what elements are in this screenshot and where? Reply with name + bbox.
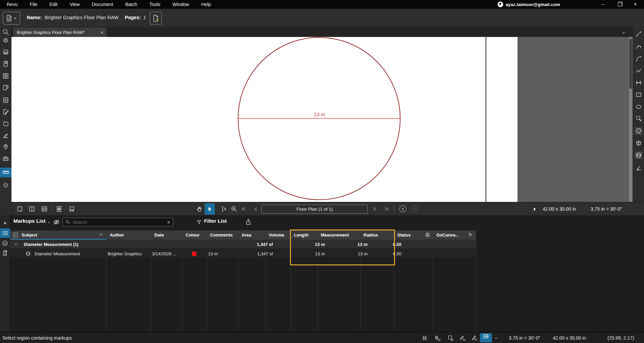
menu-document[interactable]: Document: [86, 0, 119, 9]
collapse-panel-chevrons-icon[interactable]: »: [1, 219, 9, 226]
snap-to-content-icon[interactable]: [446, 334, 454, 342]
close-button[interactable]: ×: [628, 0, 643, 9]
volume-tool-icon[interactable]: [635, 139, 642, 147]
snap-to-markup-icon[interactable]: [458, 334, 466, 342]
tab-close-icon[interactable]: ×: [100, 30, 103, 35]
single-page-view-icon[interactable]: [16, 205, 23, 213]
fit-width-icon[interactable]: [68, 205, 76, 213]
gocanvas-refresh-icon[interactable]: ↻: [468, 232, 473, 237]
tab-list-chevron-icon[interactable]: ⌄: [622, 29, 626, 35]
status-scale[interactable]: 3.75 in = 30'-0": [509, 332, 540, 343]
stacked-view-icon[interactable]: [41, 205, 48, 213]
column-header-author[interactable]: Author: [106, 230, 151, 240]
markups-list-tab-active[interactable]: [0, 228, 10, 238]
create-page-button[interactable]: [150, 12, 162, 25]
export-share-icon[interactable]: [245, 218, 252, 226]
polylength-tool-icon[interactable]: [635, 43, 642, 50]
collapse-all-icon[interactable]: [13, 233, 18, 238]
last-page-icon[interactable]: [383, 205, 391, 213]
bookmarks-icon[interactable]: [2, 60, 9, 68]
column-header-status[interactable]: Status: [394, 230, 433, 240]
studio-icon[interactable]: [2, 120, 9, 127]
rectangle-tool-icon[interactable]: [635, 91, 642, 98]
minimize-button[interactable]: ─: [596, 0, 610, 9]
account-button[interactable]: ayaz.taimoor@gmail.com: [497, 0, 560, 9]
next-view-icon[interactable]: [411, 205, 418, 212]
menu-file[interactable]: File: [24, 0, 44, 9]
polyline-tool-icon[interactable]: [635, 67, 642, 75]
next-page-icon[interactable]: [371, 205, 379, 213]
dark-mode-contrast-icon[interactable]: ◑: [530, 205, 538, 213]
status-page-size[interactable]: 42.00 x 30.00 in: [553, 332, 586, 343]
menu-window[interactable]: Window: [166, 0, 195, 9]
menu-batch[interactable]: Batch: [119, 0, 143, 9]
column-header-gocanvas[interactable]: GoCanva... ↻: [433, 230, 476, 240]
snap-hybrid-icon[interactable]: [470, 334, 479, 342]
clear-search-icon[interactable]: ×: [167, 219, 170, 225]
column-settings-sliders-icon[interactable]: [425, 232, 430, 238]
column-header-colour[interactable]: Colour: [182, 230, 207, 240]
select-text-icon[interactable]: A: [220, 205, 228, 213]
zoom-tool-icon[interactable]: [230, 205, 238, 213]
grid-icon[interactable]: [420, 334, 429, 342]
settings-gear-icon[interactable]: [2, 37, 9, 44]
menu-edit[interactable]: Edit: [43, 0, 63, 9]
group-collapse-chevron-icon[interactable]: [14, 243, 18, 246]
arc-tool-icon[interactable]: [635, 55, 642, 62]
pan-hand-icon[interactable]: [196, 205, 203, 213]
column-header-radius[interactable]: Radius: [360, 230, 394, 240]
select-tool-active[interactable]: [205, 203, 215, 215]
pdf-canvas[interactable]: 13 m: [11, 37, 629, 202]
markups-search-box[interactable]: ×: [62, 218, 173, 226]
snap-to-grid-icon[interactable]: [433, 334, 441, 342]
panel-title-chevron-icon[interactable]: ⌄: [47, 219, 51, 224]
signatures-icon[interactable]: [2, 132, 9, 139]
menu-revu[interactable]: Revu: [0, 0, 24, 9]
scrollbar-thumb[interactable]: [629, 39, 632, 89]
column-header-length[interactable]: Length: [291, 230, 317, 240]
document-select-button[interactable]: [3, 12, 20, 25]
snap-options-chevron-icon[interactable]: ⌄: [494, 334, 498, 340]
diameter-measurement-markup[interactable]: [238, 37, 401, 200]
restore-button[interactable]: [612, 0, 627, 9]
length-tool-icon[interactable]: [635, 30, 642, 38]
menu-help[interactable]: Help: [195, 0, 217, 9]
places-pin-icon[interactable]: [2, 143, 9, 151]
previous-view-icon[interactable]: [399, 205, 406, 212]
column-header-area[interactable]: Area: [238, 230, 265, 240]
column-header-date[interactable]: Date: [151, 230, 182, 240]
diameter-tool-icon[interactable]: [635, 152, 642, 159]
fit-page-icon[interactable]: [55, 205, 63, 213]
side-by-side-view-icon[interactable]: [28, 205, 36, 213]
search-input[interactable]: [72, 219, 165, 225]
tab-brighter-graphics[interactable]: Brighter Graphics Floor Plan RAW* ×: [13, 28, 107, 37]
column-header-measurement[interactable]: Measurement: [317, 230, 360, 240]
javascript-tab-icon[interactable]: JS: [1, 250, 9, 257]
angle-tool-icon[interactable]: [635, 164, 642, 172]
ellipse-tool-icon[interactable]: [635, 103, 642, 111]
reuse-markup-active[interactable]: [480, 333, 492, 342]
menu-view[interactable]: View: [63, 0, 86, 9]
3d-model-tab-icon[interactable]: 3D: [1, 240, 9, 247]
page-navigation-field[interactable]: Floor Plan (1 of 1): [261, 205, 368, 214]
menu-tools[interactable]: Tools: [143, 0, 166, 9]
column-header-comments[interactable]: Comments: [207, 230, 238, 240]
panel-title[interactable]: Markups List: [13, 218, 46, 224]
hide-markups-icon[interactable]: [52, 218, 60, 226]
layers-icon[interactable]: [2, 182, 9, 189]
snapshot-tool-icon[interactable]: [635, 115, 642, 122]
file-access-icon[interactable]: [2, 48, 9, 56]
spaces-icon[interactable]: [2, 84, 9, 91]
search-icon[interactable]: [2, 28, 9, 36]
table-row-diameter-measurement[interactable]: Diameter Measurement Brighter Graphics 3…: [10, 249, 476, 258]
column-header-volume[interactable]: Volume: [265, 230, 291, 240]
dimension-tool-icon[interactable]: [635, 79, 642, 86]
markup-summary-icon[interactable]: [2, 108, 9, 116]
table-row-group[interactable]: Diameter Measurement (1) 1,347 sf 13 m 1…: [10, 240, 476, 249]
thumbnails-icon[interactable]: [2, 72, 9, 80]
sets-drawer-icon[interactable]: [2, 96, 9, 104]
tool-chest-icon[interactable]: [2, 155, 9, 162]
filter-funnel-icon[interactable]: [196, 219, 202, 225]
measurements-tool-active[interactable]: [0, 168, 11, 177]
row-colour-swatch[interactable]: [192, 252, 196, 256]
